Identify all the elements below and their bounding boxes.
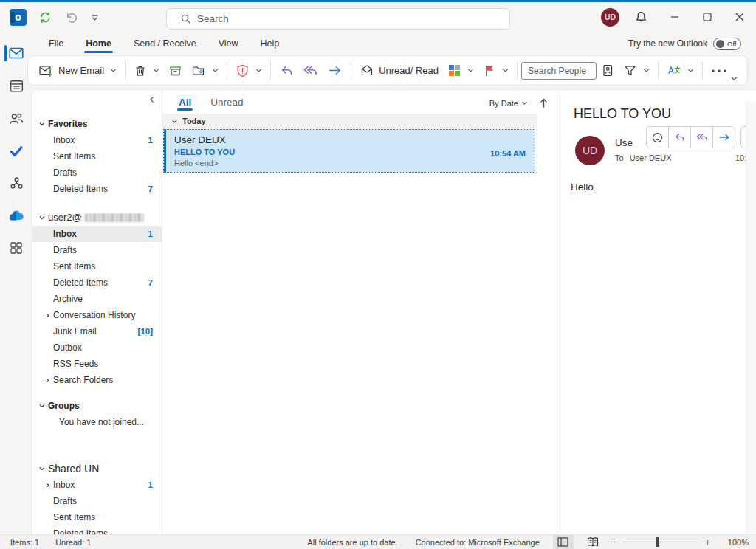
favorites-inbox[interactable]: Inbox 1 [32, 132, 162, 148]
zoom-level[interactable]: 100% [719, 538, 749, 547]
outlook-logo-icon: o [10, 9, 27, 26]
reactions-button[interactable] [647, 127, 668, 148]
rail-org-icon[interactable] [0, 167, 32, 199]
account-section-header[interactable]: user2@ [32, 209, 162, 226]
account-junk-email[interactable]: Junk Email [10] [32, 323, 162, 339]
message-list-item[interactable]: User DEUX HELLO TO YOU Hello <end> 10:54… [163, 129, 535, 173]
search-people-input[interactable] [521, 62, 597, 80]
shared-section-header[interactable]: Shared UN [32, 460, 162, 477]
flag-button[interactable] [478, 60, 513, 82]
outlook-window: o Search [0, 0, 756, 549]
normal-view-button[interactable] [553, 535, 574, 549]
zoom-slider-handle[interactable] [656, 537, 659, 547]
favorites-deleted-items[interactable]: Deleted Items 7 [32, 181, 162, 197]
shared-inbox[interactable]: Inbox 1 [32, 477, 162, 493]
toggle-knob [716, 40, 724, 48]
shared-sent-items[interactable]: Sent Items [32, 509, 162, 525]
to-recipient[interactable]: User DEUX [630, 153, 672, 162]
new-email-button[interactable]: New Email [34, 60, 121, 82]
favorites-section-header[interactable]: Favorites [32, 115, 162, 132]
sort-direction-icon[interactable] [540, 98, 548, 108]
ribbon-toolbar: New Email [28, 56, 747, 85]
tab-unread[interactable]: Unread [210, 97, 243, 114]
account-conversation-history[interactable]: Conversation History [32, 307, 162, 323]
ribbon-tab-bar: File Home Send / Receive View Help Try t… [32, 32, 756, 55]
folder-pane: Favorites Inbox 1 Sent Items Drafts Dele… [32, 90, 162, 535]
maximize-button[interactable] [691, 3, 724, 31]
tab-file[interactable]: File [47, 34, 65, 53]
unread-read-label: Unread/ Read [379, 65, 439, 76]
archive-button[interactable] [164, 60, 187, 82]
notifications-bell-icon[interactable] [634, 10, 648, 24]
new-outlook-toggle[interactable]: Off [713, 38, 741, 50]
zoom-slider[interactable] [623, 542, 697, 542]
tab-view[interactable]: View [217, 34, 240, 53]
search-input[interactable]: Search [166, 8, 510, 30]
report-button[interactable] [231, 60, 267, 82]
close-button[interactable] [724, 3, 756, 31]
message-list-pane: All Unread By Date Today User DEUX [162, 90, 557, 535]
tab-send-receive[interactable]: Send / Receive [132, 34, 198, 53]
rail-onedrive-icon[interactable] [0, 199, 32, 232]
undo-icon[interactable] [64, 10, 78, 24]
account-rss-feeds[interactable]: RSS Feeds [32, 356, 162, 372]
move-to-button[interactable] [187, 60, 223, 82]
message-body: Hello [571, 182, 594, 193]
reading-sender: Use [615, 137, 633, 148]
shared-drafts[interactable]: Drafts [32, 493, 162, 509]
collapse-folder-pane-icon[interactable] [148, 96, 156, 103]
message-subject: HELLO TO YOU [174, 148, 527, 156]
tab-all[interactable]: All [179, 97, 191, 114]
rail-people-icon[interactable] [0, 102, 32, 134]
favorites-drafts[interactable]: Drafts [32, 165, 162, 181]
try-new-outlook-label: Try the new Outlook [628, 38, 707, 49]
tab-home[interactable]: Home [84, 34, 113, 53]
reply-all-message-button[interactable] [690, 127, 712, 148]
date-group-header[interactable]: Today [162, 114, 537, 128]
account-avatar[interactable]: UD [601, 8, 619, 27]
more-commands-button[interactable] [707, 60, 732, 82]
to-label: To [615, 153, 624, 162]
reading-view-button[interactable] [583, 535, 603, 549]
collapse-ribbon-icon[interactable] [730, 75, 738, 83]
account-outbox[interactable]: Outbox [32, 339, 162, 356]
account-deleted-items[interactable]: Deleted Items 7 [32, 274, 162, 291]
unread-read-button[interactable]: Unread/ Read [355, 60, 443, 82]
rail-calendar-icon[interactable] [0, 69, 32, 102]
title-bar: o Search [0, 2, 756, 32]
rail-apps-icon[interactable] [0, 232, 32, 264]
reply-all-button[interactable] [298, 60, 323, 82]
translate-button[interactable] [662, 60, 698, 82]
rail-mail-icon[interactable] [0, 37, 32, 69]
filter-email-button[interactable] [619, 60, 654, 82]
categorize-button[interactable] [443, 60, 478, 82]
reading-pane: HELLO TO YOU UD Use [557, 90, 756, 535]
reading-pane-scrollbar[interactable] [746, 102, 756, 535]
address-book-button[interactable] [597, 60, 619, 82]
groups-section-header[interactable]: Groups [32, 397, 162, 414]
forward-button[interactable] [323, 60, 347, 82]
search-placeholder: Search [197, 13, 229, 24]
reply-button[interactable] [275, 60, 298, 82]
sender-avatar[interactable]: UD [575, 136, 605, 165]
forward-message-button[interactable] [712, 127, 735, 148]
account-inbox[interactable]: Inbox 1 [32, 226, 162, 242]
delete-button[interactable] [129, 60, 164, 82]
tab-help[interactable]: Help [259, 34, 281, 53]
zoom-in-button[interactable]: + [703, 536, 712, 548]
expand-chevron-icon [44, 312, 51, 319]
minimize-button[interactable] [659, 3, 691, 31]
sync-icon[interactable] [38, 10, 52, 24]
rail-todo-icon[interactable] [0, 134, 32, 167]
favorites-sent-items[interactable]: Sent Items [32, 148, 162, 165]
reply-message-button[interactable] [668, 127, 690, 148]
account-drafts[interactable]: Drafts [32, 242, 162, 258]
sort-by-dropdown[interactable]: By Date [489, 98, 548, 114]
groups-not-joined[interactable]: You have not joined... [32, 414, 162, 430]
account-search-folders[interactable]: Search Folders [32, 372, 162, 388]
zoom-out-button[interactable]: − [609, 536, 618, 548]
account-archive[interactable]: Archive [32, 291, 162, 307]
customize-toolbar-icon[interactable] [90, 13, 100, 22]
account-sent-items[interactable]: Sent Items [32, 258, 162, 274]
reading-subject: HELLO TO YOU [574, 106, 671, 122]
